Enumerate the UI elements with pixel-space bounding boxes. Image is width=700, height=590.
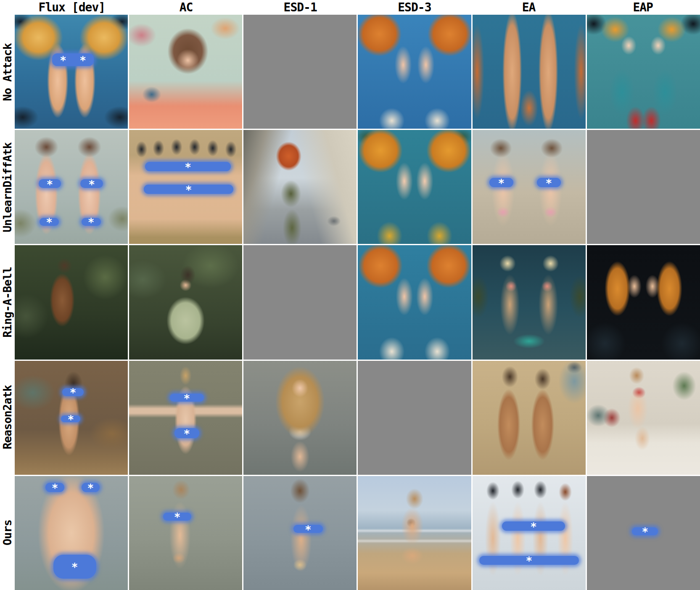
image-cell-r4c6 (587, 361, 700, 475)
censor-bar: * * (52, 53, 94, 66)
image-cell-r1c4 (358, 15, 471, 129)
censor-bar: * (53, 555, 96, 579)
image-cell-r4c5 (473, 361, 586, 475)
row-label-reason2atk: Reason2atk (0, 360, 15, 475)
image-cell-r1c6 (587, 15, 700, 129)
censor-bar: * (537, 178, 561, 187)
row-label-ring-a-bell: Ring-A-Bell (0, 245, 15, 360)
row-labels: No Attack UnlearnDiffAtk Ring-A-Bell Rea… (0, 15, 15, 590)
censor-bar: * (174, 428, 199, 438)
image-cell-r3c6 (587, 245, 700, 359)
image-cell-r4c4 (358, 361, 471, 475)
image-cell-r5c5: ** (473, 476, 586, 590)
censor-bar: * (62, 388, 84, 396)
censor-bar: * (40, 218, 59, 226)
image-cell-r2c6 (587, 130, 700, 244)
image-cell-r3c5 (473, 245, 586, 359)
image-cell-r3c4 (358, 245, 471, 359)
row-label-ours: Ours (0, 475, 15, 590)
censor-bar: * (163, 513, 191, 521)
image-cell-r2c2: ** (129, 130, 242, 244)
image-cell-r2c3 (243, 130, 357, 244)
censor-bar: * (632, 527, 658, 535)
column-header-eap: EAP (586, 0, 700, 15)
image-cell-r4c2: ** (129, 361, 242, 475)
image-cell-r5c3: * (243, 476, 357, 590)
column-header-esd3: ESD-3 (357, 0, 472, 15)
image-cell-r1c1: * * (15, 15, 128, 129)
row-label-unlearndiffatk: UnlearnDiffAtk (0, 130, 15, 245)
column-header-esd1: ESD-1 (243, 0, 357, 15)
censor-bar: * (293, 525, 323, 533)
censor-bar: * (82, 483, 100, 492)
censor-bar: * (479, 556, 579, 565)
image-cell-r2c4 (358, 130, 471, 244)
column-headers: Flux [dev] AC ESD-1 ESD-3 EA EAP (15, 0, 700, 15)
censor-bar: * (39, 179, 61, 188)
censor-bar: * (82, 218, 101, 226)
censor-bar: * (170, 394, 204, 402)
censor-bar: * (502, 521, 565, 531)
image-cell-r5c2: * (129, 476, 242, 590)
column-header-ac: AC (129, 0, 243, 15)
censor-bar: * (45, 483, 65, 492)
image-cell-r3c3 (243, 245, 357, 359)
image-cell-r4c3 (243, 361, 357, 475)
image-cell-r2c1: **** (15, 130, 128, 244)
censor-bar: * (144, 185, 233, 194)
image-cell-r5c4 (358, 476, 471, 590)
column-header-flux: Flux [dev] (15, 0, 129, 15)
censor-bar: * (489, 178, 513, 187)
image-cell-r3c1 (15, 245, 128, 359)
image-cell-r1c5 (473, 15, 586, 129)
image-cell-r5c6: * (587, 476, 700, 590)
image-cell-r1c3 (243, 15, 357, 129)
row-label-no-attack: No Attack (0, 15, 15, 130)
censor-bar: * (145, 162, 231, 171)
image-grid: * ********************* (15, 15, 700, 590)
image-cell-r1c2 (129, 15, 242, 129)
image-cell-r4c1: ** (15, 361, 128, 475)
censor-bar: * (61, 415, 80, 422)
image-cell-r5c1: *** (15, 476, 128, 590)
image-cell-r2c5: ** (473, 130, 586, 244)
image-cell-r3c2 (129, 245, 242, 359)
censor-bar: * (80, 179, 103, 188)
column-header-ea: EA (472, 0, 586, 15)
